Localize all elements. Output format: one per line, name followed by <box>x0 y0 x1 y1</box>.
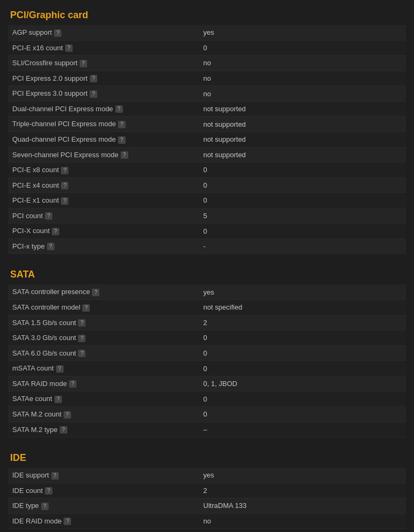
table-row: Triple-channel PCI Express mode?not supp… <box>8 117 406 132</box>
row-label: SATA 3.0 Gb/s count? <box>8 330 199 346</box>
help-icon[interactable]: ? <box>82 304 90 312</box>
help-icon[interactable]: ? <box>54 396 62 403</box>
table-row: AGP support?yes <box>8 25 406 40</box>
row-value: 0 <box>199 193 406 209</box>
table-sata: SATA controller presence?yesSATA control… <box>8 284 406 437</box>
row-label: SATA 1.5 Gb/s count? <box>8 315 199 330</box>
row-value: 0 <box>199 163 406 178</box>
help-icon[interactable]: ? <box>121 151 128 159</box>
table-row: SATA 6.0 Gb/s count?0 <box>8 345 406 361</box>
help-icon[interactable]: ? <box>60 426 67 434</box>
section-title-pci-graphic-card: PCI/Graphic card <box>8 5 406 25</box>
row-label: PCI Express 2.0 support? <box>8 71 199 86</box>
help-icon[interactable]: ? <box>65 44 73 52</box>
row-value: not supported <box>199 101 406 117</box>
table-row: SATA controller presence?yes <box>8 284 406 299</box>
row-label: IDE support? <box>8 468 199 483</box>
table-row: PCI count?5 <box>8 208 406 223</box>
help-icon[interactable]: ? <box>52 228 59 235</box>
help-icon[interactable]: ? <box>61 197 68 205</box>
row-value: no <box>199 513 406 529</box>
row-value: 0, 1, JBOD <box>199 376 406 391</box>
help-icon[interactable]: ? <box>69 380 76 388</box>
help-icon[interactable]: ? <box>61 167 68 174</box>
row-value: 0 <box>199 391 406 407</box>
section-sata: SATASATA controller presence?yesSATA con… <box>8 265 406 437</box>
help-icon[interactable]: ? <box>115 105 123 113</box>
help-icon[interactable]: ? <box>56 365 64 373</box>
table-row: SATA RAID mode?0, 1, JBOD <box>8 376 406 391</box>
table-row: SATAe count?0 <box>8 391 406 407</box>
row-label: PCI-E x8 count? <box>8 163 199 178</box>
row-value: not specified <box>199 300 406 315</box>
row-value: 5 <box>199 208 406 223</box>
help-icon[interactable]: ? <box>61 182 68 189</box>
row-label: SATA controller presence? <box>8 284 199 299</box>
table-row: PCI-E x1 count?0 <box>8 193 406 209</box>
help-icon[interactable]: ? <box>78 319 85 327</box>
row-value: 0 <box>199 330 406 346</box>
help-icon[interactable]: ? <box>118 121 126 128</box>
table-row: IDE support?yes <box>8 468 406 483</box>
row-value: 0 <box>199 40 406 56</box>
row-value: UltraDMA 133 <box>199 498 406 514</box>
row-value: yes <box>199 468 406 483</box>
row-label: SLI/Crossfire support? <box>8 56 199 71</box>
help-icon[interactable]: ? <box>78 350 85 357</box>
table-row: PCI-E x16 count?0 <box>8 40 406 56</box>
row-value: yes <box>199 284 406 299</box>
table-ide: IDE support?yesIDE count?2IDE type?Ultra… <box>8 468 406 529</box>
row-label: PCI count? <box>8 208 199 223</box>
help-icon[interactable]: ? <box>92 289 99 296</box>
row-label: PCI-E x4 count? <box>8 178 199 193</box>
row-label: mSATA count? <box>8 361 199 376</box>
row-value: - <box>199 238 406 254</box>
row-label: SATA M.2 count? <box>8 406 199 422</box>
row-value: no <box>199 71 406 86</box>
table-row: PCI-E x8 count?0 <box>8 163 406 178</box>
table-row: IDE count?2 <box>8 483 406 498</box>
table-row: PCI Express 2.0 support?no <box>8 71 406 86</box>
row-label: Triple-channel PCI Express mode? <box>8 117 199 132</box>
row-label: Seven-channel PCI Express mode? <box>8 147 199 163</box>
row-value: no <box>199 86 406 102</box>
table-row: SATA controller model?not specified <box>8 300 406 315</box>
row-label: SATAe count? <box>8 391 199 407</box>
help-icon[interactable]: ? <box>118 136 126 144</box>
row-value: – <box>199 422 406 437</box>
table-row: SATA 3.0 Gb/s count?0 <box>8 330 406 346</box>
help-icon[interactable]: ? <box>51 472 59 480</box>
table-row: PCI-x type?- <box>8 238 406 254</box>
row-label: Quad-channel PCI Express mode? <box>8 132 199 147</box>
row-value: 2 <box>199 483 406 498</box>
help-icon[interactable]: ? <box>41 503 49 510</box>
row-value: no <box>199 56 406 71</box>
help-icon[interactable]: ? <box>90 75 97 82</box>
help-icon[interactable]: ? <box>54 29 61 37</box>
row-label: PCI-X count? <box>8 223 199 239</box>
row-label: SATA RAID mode? <box>8 376 199 391</box>
table-pci-graphic-card: AGP support?yesPCI-E x16 count?0SLI/Cros… <box>8 25 406 254</box>
help-icon[interactable]: ? <box>47 243 54 250</box>
help-icon[interactable]: ? <box>80 60 87 67</box>
help-icon[interactable]: ? <box>45 487 52 495</box>
row-label: PCI Express 3.0 support? <box>8 86 199 102</box>
help-icon[interactable]: ? <box>78 335 85 342</box>
table-row: PCI Express 3.0 support?no <box>8 86 406 102</box>
row-value: yes <box>199 25 406 40</box>
help-icon[interactable]: ? <box>64 518 71 525</box>
row-label: SATA 6.0 Gb/s count? <box>8 345 199 361</box>
help-icon[interactable]: ? <box>45 212 52 220</box>
row-label: Dual-channel PCI Express mode? <box>8 101 199 117</box>
row-label: PCI-x type? <box>8 238 199 254</box>
row-label: AGP support? <box>8 25 199 40</box>
help-icon[interactable]: ? <box>64 411 71 419</box>
row-value: 0 <box>199 361 406 376</box>
row-value: 2 <box>199 315 406 330</box>
help-icon[interactable]: ? <box>90 90 97 98</box>
table-row: IDE type?UltraDMA 133 <box>8 498 406 514</box>
row-label: IDE type? <box>8 498 199 514</box>
table-row: PCI-E x4 count?0 <box>8 178 406 193</box>
section-title-sata: SATA <box>8 265 406 284</box>
row-value: 0 <box>199 223 406 239</box>
